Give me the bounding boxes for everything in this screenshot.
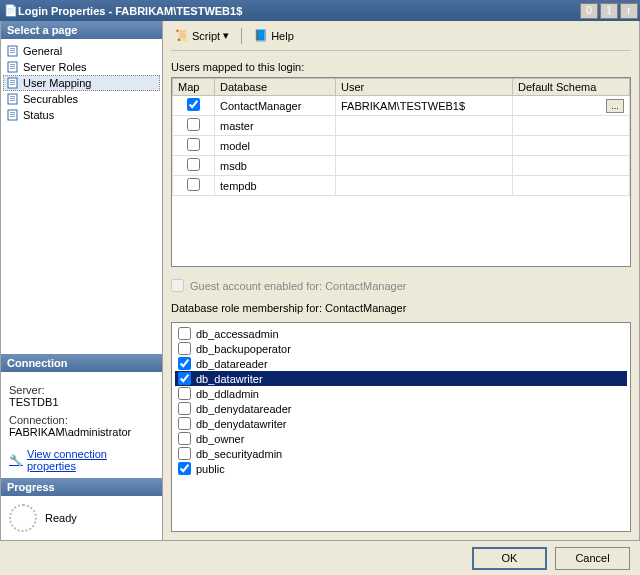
user-cell: FABRIKAM\TESTWEB1$ (335, 96, 512, 116)
role-label: db_ddladmin (196, 388, 259, 400)
svg-rect-7 (10, 68, 15, 69)
role-item-db_backupoperator[interactable]: db_backupoperator (175, 341, 627, 356)
sidebar-page-user-mapping[interactable]: User Mapping (3, 75, 160, 91)
database-cell: msdb (215, 156, 336, 176)
role-label: public (196, 463, 225, 475)
minimize-button[interactable]: 0 (580, 3, 598, 19)
table-row[interactable]: model (173, 136, 630, 156)
role-item-db_datawriter[interactable]: db_datawriter (175, 371, 627, 386)
script-icon: 📜 (175, 29, 189, 42)
cancel-button[interactable]: Cancel (555, 547, 630, 570)
role-item-db_datareader[interactable]: db_datareader (175, 356, 627, 371)
table-row[interactable]: ContactManagerFABRIKAM\TESTWEB1$ ... (173, 96, 630, 116)
database-cell: tempdb (215, 176, 336, 196)
database-cell: model (215, 136, 336, 156)
svg-rect-5 (10, 64, 15, 65)
view-connection-properties-link[interactable]: 🔧View connection properties (9, 448, 154, 472)
role-checkbox[interactable] (178, 432, 191, 445)
column-header[interactable]: Map (173, 79, 215, 96)
user-cell (335, 156, 512, 176)
role-checkbox[interactable] (178, 372, 191, 385)
connection-label: Connection: (9, 414, 154, 426)
app-icon: 📄 (4, 4, 18, 17)
role-checkbox[interactable] (178, 327, 191, 340)
svg-rect-15 (10, 100, 15, 101)
close-button[interactable]: r (620, 3, 638, 19)
server-label: Server: (9, 384, 154, 396)
role-item-public[interactable]: public (175, 461, 627, 476)
role-label: db_securityadmin (196, 448, 282, 460)
sidebar-page-securables[interactable]: Securables (3, 91, 160, 107)
role-checkbox[interactable] (178, 447, 191, 460)
svg-rect-10 (10, 82, 15, 83)
sidebar-page-status[interactable]: Status (3, 107, 160, 123)
titlebar: 📄 Login Properties - FABRIKAM\TESTWEB1$ … (0, 0, 640, 21)
svg-rect-1 (10, 48, 15, 49)
page-label: Server Roles (23, 61, 87, 73)
role-item-db_accessadmin[interactable]: db_accessadmin (175, 326, 627, 341)
schema-cell (513, 176, 630, 196)
map-checkbox[interactable] (187, 158, 200, 171)
role-checkbox[interactable] (178, 417, 191, 430)
dialog-footer: OK Cancel (0, 541, 640, 575)
role-label: db_datareader (196, 358, 268, 370)
role-label: db_accessadmin (196, 328, 279, 340)
role-checkbox[interactable] (178, 402, 191, 415)
role-checkbox[interactable] (178, 462, 191, 475)
help-button[interactable]: 📘Help (250, 27, 298, 44)
role-checkbox[interactable] (178, 387, 191, 400)
svg-rect-19 (10, 116, 15, 117)
svg-rect-9 (10, 80, 15, 81)
svg-rect-11 (10, 84, 15, 85)
map-checkbox[interactable] (187, 178, 200, 191)
column-header[interactable]: Database (215, 79, 336, 96)
map-checkbox[interactable] (187, 98, 200, 111)
page-icon (7, 93, 19, 105)
server-value: TESTDB1 (9, 396, 154, 408)
role-label: db_denydatareader (196, 403, 291, 415)
sidebar-page-general[interactable]: General (3, 43, 160, 59)
map-checkbox[interactable] (187, 138, 200, 151)
user-cell (335, 176, 512, 196)
map-checkbox[interactable] (187, 118, 200, 131)
role-checkbox[interactable] (178, 357, 191, 370)
svg-rect-13 (10, 96, 15, 97)
svg-rect-2 (10, 50, 15, 51)
column-header[interactable]: Default Schema (513, 79, 630, 96)
table-row[interactable]: tempdb (173, 176, 630, 196)
table-row[interactable]: master (173, 116, 630, 136)
progress-status: Ready (45, 512, 77, 524)
svg-rect-3 (10, 52, 15, 53)
role-item-db_owner[interactable]: db_owner (175, 431, 627, 446)
connection-header: Connection (1, 354, 162, 372)
role-item-db_denydatawriter[interactable]: db_denydatawriter (175, 416, 627, 431)
page-label: General (23, 45, 62, 57)
schema-cell (513, 156, 630, 176)
svg-rect-6 (10, 66, 15, 67)
page-label: User Mapping (23, 77, 91, 89)
maximize-button[interactable]: 1 (600, 3, 618, 19)
toolbar: 📜Script ▾ 📘Help (171, 25, 631, 51)
window-title: Login Properties - FABRIKAM\TESTWEB1$ (18, 5, 580, 17)
ok-button[interactable]: OK (472, 547, 547, 570)
database-cell: master (215, 116, 336, 136)
toolbar-separator (241, 28, 242, 44)
role-checkbox[interactable] (178, 342, 191, 355)
table-row[interactable]: msdb (173, 156, 630, 176)
role-item-db_securityadmin[interactable]: db_securityadmin (175, 446, 627, 461)
role-label: db_backupoperator (196, 343, 291, 355)
browse-schema-button[interactable]: ... (606, 99, 624, 113)
progress-header: Progress (1, 478, 162, 496)
sidebar: Select a page GeneralServer RolesUser Ma… (1, 21, 163, 540)
role-item-db_ddladmin[interactable]: db_ddladmin (175, 386, 627, 401)
roles-list: db_accessadmindb_backupoperatordb_datare… (171, 322, 631, 532)
svg-rect-18 (10, 114, 15, 115)
page-label: Securables (23, 93, 78, 105)
role-label: db_denydatawriter (196, 418, 287, 430)
schema-cell (513, 116, 630, 136)
role-item-db_denydatareader[interactable]: db_denydatareader (175, 401, 627, 416)
column-header[interactable]: User (335, 79, 512, 96)
svg-rect-17 (10, 112, 15, 113)
sidebar-page-server-roles[interactable]: Server Roles (3, 59, 160, 75)
script-button[interactable]: 📜Script ▾ (171, 27, 233, 44)
